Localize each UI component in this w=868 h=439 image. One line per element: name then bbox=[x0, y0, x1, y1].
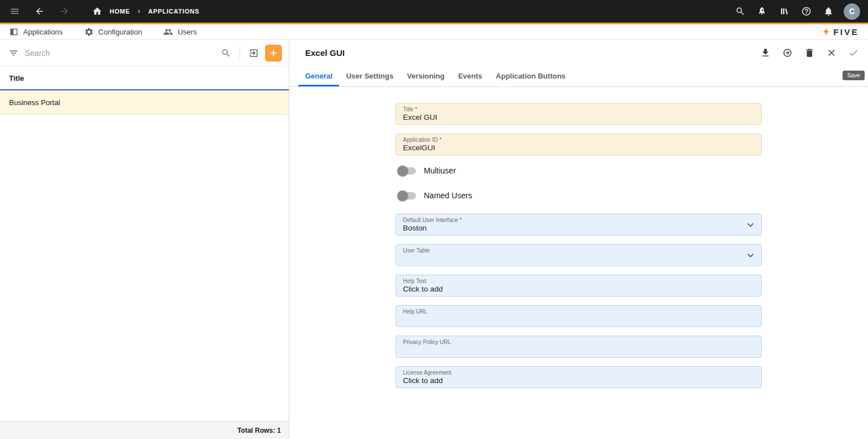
gear-icon bbox=[84, 27, 94, 37]
tab-general[interactable]: General bbox=[298, 66, 339, 86]
applications-list-panel: Title Business Portal Total Rows: 1 bbox=[0, 40, 289, 439]
search-input[interactable] bbox=[25, 49, 215, 58]
chevron-down-icon bbox=[744, 219, 757, 231]
search-icon[interactable] bbox=[219, 46, 233, 60]
toggle-label: Named Users bbox=[424, 191, 472, 200]
five-logo: FIVE bbox=[822, 27, 859, 37]
toolbar-item-users[interactable]: Users bbox=[163, 27, 197, 37]
toggle-label: Multiuser bbox=[424, 166, 456, 175]
general-form: Title * Excel GUI Application ID * Excel… bbox=[396, 103, 762, 388]
add-record-button[interactable] bbox=[265, 45, 282, 62]
filter-icon[interactable] bbox=[7, 46, 20, 60]
tab-application-buttons[interactable]: Application Buttons bbox=[489, 66, 572, 86]
help-url-field[interactable]: Help URL bbox=[396, 305, 762, 327]
home-icon[interactable] bbox=[90, 5, 104, 18]
detail-header: Excel GUI bbox=[289, 40, 868, 66]
field-label: Title * bbox=[403, 106, 754, 112]
field-value: Click to add bbox=[403, 284, 754, 294]
named-users-toggle-row: Named Users bbox=[398, 189, 762, 202]
chevron-right-icon bbox=[136, 8, 142, 15]
five-logo-mark-icon bbox=[822, 27, 832, 37]
module-toolbar: Applications Configuration Users FIVE bbox=[0, 24, 868, 40]
application-id-field[interactable]: Application ID * ExcelGUI bbox=[396, 133, 762, 155]
breadcrumb-home[interactable]: HOME bbox=[110, 8, 130, 15]
five-logo-text: FIVE bbox=[834, 27, 859, 37]
field-label: License Agreement bbox=[403, 370, 754, 376]
multiuser-toggle-row: Multiuser bbox=[398, 164, 762, 177]
delete-icon[interactable] bbox=[802, 46, 816, 59]
back-arrow-icon[interactable] bbox=[33, 5, 46, 18]
total-rows-footer: Total Rows: 1 bbox=[0, 421, 289, 439]
users-icon bbox=[163, 27, 173, 37]
run-arrow-circle-icon[interactable] bbox=[780, 46, 794, 59]
deploy-rocket-icon[interactable] bbox=[756, 5, 769, 18]
plus-icon bbox=[268, 47, 279, 59]
top-bar: HOME APPLICATIONS C bbox=[0, 0, 868, 23]
toolbar-item-label: Users bbox=[177, 28, 197, 36]
close-icon[interactable] bbox=[824, 46, 838, 59]
user-avatar[interactable]: C bbox=[844, 3, 860, 20]
chevron-down-icon bbox=[744, 249, 757, 262]
detail-tabs: General User Settings Versioning Events … bbox=[289, 66, 868, 87]
toolbar-item-label: Applications bbox=[23, 28, 63, 36]
form-area: Title * Excel GUI Application ID * Excel… bbox=[289, 87, 868, 439]
field-value: Excel GUI bbox=[403, 112, 754, 122]
open-form-icon[interactable] bbox=[247, 46, 261, 60]
field-label: Privacy Policy URL bbox=[403, 339, 754, 345]
toggle-knob bbox=[397, 190, 408, 201]
license-agreement-field[interactable]: License Agreement Click to add bbox=[396, 366, 762, 388]
named-users-toggle[interactable] bbox=[398, 192, 416, 199]
field-value: ExcelGUI bbox=[403, 143, 754, 153]
privacy-policy-url-field[interactable]: Privacy Policy URL bbox=[396, 336, 762, 358]
help-icon[interactable] bbox=[800, 5, 813, 18]
default-user-interface-select[interactable]: Default User Interface * Boston bbox=[396, 214, 762, 236]
breadcrumb-section[interactable]: APPLICATIONS bbox=[148, 8, 199, 15]
field-value bbox=[403, 315, 754, 324]
list-item-business-portal[interactable]: Business Portal bbox=[0, 90, 289, 115]
detail-panel: Excel GUI Save Gener bbox=[289, 40, 868, 439]
user-table-select[interactable]: User Table bbox=[396, 244, 762, 266]
field-label: Help Text bbox=[403, 278, 754, 284]
toolbar-item-label: Configuration bbox=[98, 28, 142, 36]
applications-icon bbox=[9, 27, 19, 37]
tab-events[interactable]: Events bbox=[452, 66, 489, 86]
field-value bbox=[403, 254, 754, 263]
field-label: Default User Interface * bbox=[403, 217, 754, 223]
breadcrumb: HOME APPLICATIONS bbox=[90, 5, 199, 18]
forward-arrow-icon bbox=[58, 5, 71, 18]
record-title: Excel GUI bbox=[305, 48, 345, 58]
save-check-icon[interactable] bbox=[847, 46, 860, 59]
multiuser-toggle[interactable] bbox=[398, 167, 416, 175]
download-icon[interactable] bbox=[758, 46, 772, 59]
record-actions bbox=[758, 46, 860, 59]
field-value: Boston bbox=[403, 223, 754, 233]
search-row bbox=[0, 40, 289, 67]
field-label: Application ID * bbox=[403, 137, 754, 143]
list-column-header[interactable]: Title bbox=[0, 67, 289, 90]
divider bbox=[240, 46, 240, 60]
field-label: Help URL bbox=[403, 308, 754, 315]
help-text-field[interactable]: Help Text Click to add bbox=[396, 275, 762, 297]
notifications-bell-icon[interactable] bbox=[822, 5, 835, 18]
tab-user-settings[interactable]: User Settings bbox=[339, 66, 400, 86]
tab-versioning[interactable]: Versioning bbox=[400, 66, 451, 86]
save-tooltip: Save bbox=[843, 71, 865, 80]
field-label: User Table bbox=[403, 247, 754, 254]
inspect-icon[interactable] bbox=[734, 5, 747, 18]
menu-icon[interactable] bbox=[8, 5, 21, 18]
field-value: Click to add bbox=[403, 376, 754, 385]
toggle-knob bbox=[397, 166, 408, 176]
library-icon[interactable] bbox=[778, 5, 791, 18]
toolbar-item-configuration[interactable]: Configuration bbox=[84, 27, 142, 37]
toolbar-item-applications[interactable]: Applications bbox=[9, 27, 63, 37]
field-value bbox=[403, 345, 754, 355]
title-field[interactable]: Title * Excel GUI bbox=[396, 103, 762, 125]
